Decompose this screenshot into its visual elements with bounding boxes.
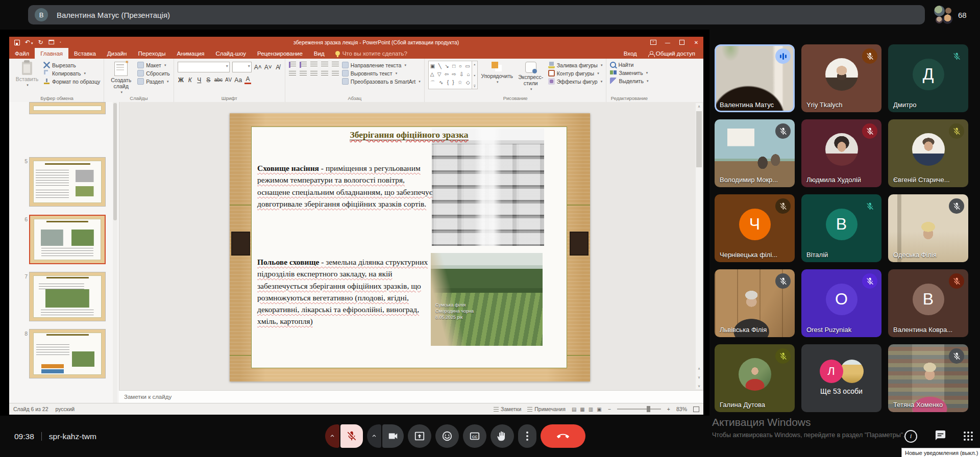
zoom-in-icon[interactable]: + [667, 406, 670, 412]
shape-effects-button[interactable]: Эффекты фигур▾ [548, 78, 603, 85]
comments-toggle[interactable]: Примечания [527, 406, 566, 412]
text-direction-button[interactable]: Направление текста▾ [342, 62, 421, 68]
participant-tile[interactable]: Володимир Мокр... [715, 119, 795, 187]
underline-button[interactable]: Ч [196, 77, 203, 84]
font-size-combo[interactable] [232, 62, 252, 72]
align-right-icon[interactable] [310, 71, 317, 77]
undo-icon[interactable]: ↶▾ [25, 39, 33, 45]
save-icon[interactable] [14, 40, 20, 45]
participant-tile[interactable]: Валентина Матус [715, 44, 795, 112]
fit-slide-icon[interactable] [693, 407, 699, 412]
camera-control[interactable] [367, 424, 404, 448]
language-indicator[interactable]: русский [56, 406, 75, 412]
tab-slideshow[interactable]: Слайд-шоу [210, 48, 252, 59]
shapes-scroll[interactable]: ▴▾⊽ [472, 61, 478, 89]
thumbnail-slide-5[interactable] [29, 157, 106, 207]
tab-animation[interactable]: Анимация [171, 48, 210, 59]
participant-tile[interactable]: В Віталій [801, 194, 881, 262]
reactions-button[interactable] [435, 424, 459, 448]
zoom-level[interactable]: 83% [676, 406, 687, 412]
redo-icon[interactable]: ↻ [38, 39, 43, 45]
normal-view-icon[interactable]: ▤ [572, 407, 576, 412]
end-call-button[interactable] [541, 424, 585, 448]
tab-insert[interactable]: Вставка [68, 48, 102, 59]
tab-home[interactable]: Главная [35, 48, 68, 59]
columns-icon[interactable] [332, 71, 339, 77]
tab-review[interactable]: Рецензирование [252, 48, 308, 59]
cut-button[interactable]: Вырезать [43, 62, 100, 68]
reading-view-icon[interactable]: ▥ [589, 407, 593, 412]
find-button[interactable]: Найти [610, 62, 648, 68]
align-text-button[interactable]: Выровнять текст▾ [342, 70, 421, 77]
replace-button[interactable]: Заменить▾ [610, 69, 648, 76]
slideshow-view-icon[interactable]: ▣ [597, 407, 601, 412]
strike-button[interactable]: S [205, 77, 212, 84]
format-painter-button[interactable]: Формат по образцу [43, 78, 100, 85]
slideshow-icon[interactable]: 🗔 [48, 39, 55, 45]
mic-mute-button[interactable] [340, 424, 363, 448]
mic-options-chevron-icon[interactable] [325, 424, 339, 448]
participant-tile[interactable]: В Валентина Ковра... [888, 269, 968, 337]
shape-outline-button[interactable]: Контур фигуры▾ [548, 70, 603, 77]
indent-decrease-icon[interactable] [310, 62, 317, 68]
captions-button[interactable] [463, 424, 486, 448]
participant-tile[interactable]: Євгеній Стариче... [888, 119, 968, 187]
thumbnail-slide-4-partial[interactable] [29, 102, 106, 114]
participant-tile[interactable]: Ч Чернівецька філі... [715, 194, 795, 262]
arrange-button[interactable]: Упорядочить▾ [481, 61, 513, 94]
slide-title[interactable]: Зберігання офіційного зразка [251, 130, 567, 140]
numbering-icon[interactable] [300, 62, 307, 68]
bold-button[interactable]: Ж [178, 77, 184, 84]
restore-button[interactable] [675, 37, 689, 48]
shrink-font-icon[interactable]: A˅ [264, 64, 272, 71]
raise-hand-button[interactable] [491, 424, 514, 448]
mic-control[interactable] [325, 424, 363, 448]
shadow-button[interactable]: abc [214, 77, 223, 83]
smartart-button[interactable]: Преобразовать в SmartArt▾ [342, 78, 421, 85]
layout-button[interactable]: Макет▾ [137, 62, 170, 68]
tab-design[interactable]: Дизайн [102, 48, 133, 59]
participant-tile[interactable]: Галина Дутова [715, 344, 795, 412]
more-options-button[interactable] [518, 424, 536, 448]
new-slide-button[interactable]: Создать слайд▾ [108, 61, 134, 94]
select-button[interactable]: Выделить▾ [610, 78, 648, 84]
share-button[interactable]: Общий доступ [648, 50, 695, 57]
copy-button[interactable]: Копировать▾ [43, 70, 100, 77]
change-case-button[interactable]: Аа [234, 77, 242, 84]
shape-fill-button[interactable]: Заливка фигуры▾ [548, 62, 603, 68]
camera-options-chevron-icon[interactable] [367, 424, 381, 448]
grow-font-icon[interactable]: A˄ [254, 64, 262, 71]
quick-access-toolbar[interactable]: ↶▾ ↻ 🗔 ⸱ [9, 39, 106, 45]
tab-view[interactable]: Вид [308, 48, 330, 59]
char-spacing-button[interactable]: АV [225, 77, 232, 83]
scroll-down-icon[interactable]: ∨ [696, 383, 702, 389]
scrollbar-thumb[interactable] [696, 111, 702, 167]
participant-tile[interactable]: Д Дмитро [888, 44, 968, 112]
previous-slide-icon[interactable]: ∧ [696, 365, 702, 372]
participant-tile[interactable]: Людмила Худолій [801, 119, 881, 187]
align-center-icon[interactable] [300, 71, 307, 77]
tab-transitions[interactable]: Переходы [132, 48, 171, 59]
thumbnail-slide-7[interactable] [29, 272, 106, 321]
paste-button[interactable]: Вставить▾ [14, 61, 40, 94]
thumbnails-scrollbar[interactable] [113, 102, 117, 403]
slide-sorter-icon[interactable]: ▦ [580, 407, 584, 412]
participant-tile[interactable]: Львівська Філія [715, 269, 795, 337]
notes-pane[interactable]: Заметки к слайду [119, 390, 703, 403]
bullets-icon[interactable] [289, 62, 296, 68]
reset-button[interactable]: Сбросить [137, 70, 170, 77]
tab-file[interactable]: Файл [9, 48, 35, 59]
qat-customize-icon[interactable]: ⸱ [60, 39, 61, 45]
participant-tile[interactable]: O Orest Puzyniak [801, 269, 881, 337]
notes-toggle[interactable]: Заметки [494, 406, 521, 412]
info-icon[interactable]: i [904, 430, 917, 443]
camera-button[interactable] [382, 424, 404, 448]
justify-icon[interactable] [321, 71, 328, 77]
participant-tile[interactable]: Yriy Tkalych [801, 44, 881, 112]
section-button[interactable]: Раздел▾ [137, 78, 170, 85]
ribbon-display-options-icon[interactable]: ˄ [646, 37, 660, 48]
slide-text-block-2[interactable]: Польове сховище - земельна ділянка струк… [257, 256, 438, 327]
next-slide-icon[interactable]: ∨ [696, 374, 702, 380]
chat-icon[interactable] [935, 429, 946, 443]
slide-photo-field[interactable]: Сумська філія Смородина чорна 8.05.2025 … [431, 253, 543, 346]
